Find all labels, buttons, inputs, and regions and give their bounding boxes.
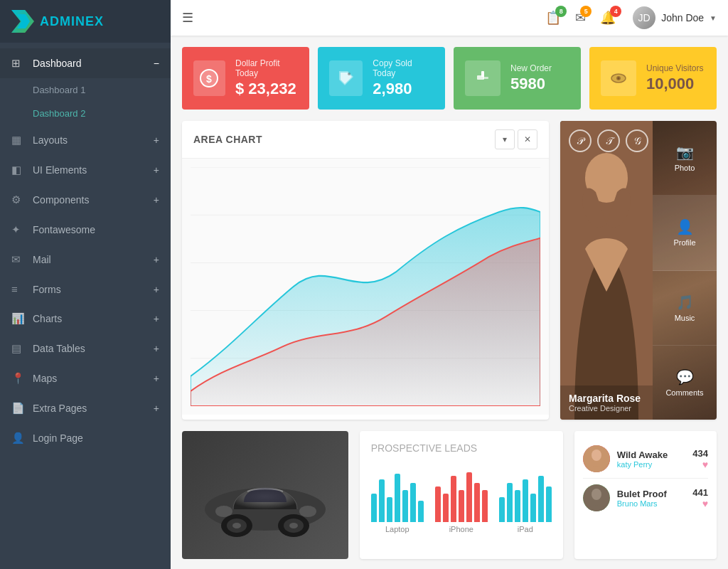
panel-collapse-button[interactable]: ▾	[495, 129, 515, 149]
area-chart-panel: AREA CHART ▾ ✕	[182, 121, 549, 420]
bar-label-iphone: iPhone	[435, 525, 488, 533]
profile-background: 𝒫 𝒯 𝒢 📷 Photo 👤 Profile	[560, 121, 717, 420]
sidebar-item-data-tables[interactable]: ▤ Data Tables +	[0, 334, 171, 363]
logo-icon	[11, 10, 34, 33]
bar	[466, 472, 472, 522]
sidebar-item-dashboard[interactable]: ⊞ Dashboard −	[0, 48, 171, 78]
stat-title: Unique Visitors	[646, 63, 703, 73]
bar	[530, 494, 536, 522]
bar	[410, 483, 416, 522]
layouts-icon: ▦	[11, 134, 26, 147]
heart-icon[interactable]: ♥	[692, 459, 708, 470]
sidebar-item-label: Data Tables	[33, 343, 154, 354]
bell-badge: 4	[610, 6, 621, 17]
logo[interactable]: ADMINEX	[0, 0, 171, 43]
bar	[371, 494, 377, 522]
bar	[418, 501, 424, 522]
music-label: Music	[675, 314, 695, 322]
plus-icon: +	[154, 164, 159, 176]
dollar-icon: $	[193, 60, 225, 96]
bar	[538, 476, 544, 522]
charts-icon: 📊	[11, 312, 26, 325]
panel-close-button[interactable]: ✕	[518, 129, 537, 149]
leads-group-laptop: Laptop	[371, 465, 424, 533]
extra-pages-icon: 📄	[11, 402, 26, 415]
google-icon[interactable]: 𝒢	[626, 129, 648, 152]
bar	[395, 474, 400, 522]
profile-action-comments[interactable]: 💬 Comments	[653, 346, 717, 420]
stat-title: Dollar Profit Today	[235, 58, 298, 78]
bar	[499, 497, 505, 522]
area-chart-svg	[191, 167, 540, 406]
avatar	[583, 484, 610, 511]
components-icon: ⚙	[11, 193, 26, 206]
sidebar-item-maps[interactable]: 📍 Maps +	[0, 363, 171, 393]
plus-icon: +	[154, 343, 159, 354]
sidebar-item-label: Charts	[33, 313, 154, 324]
bar	[546, 486, 552, 522]
car-svg	[194, 449, 336, 541]
profile-action-photo[interactable]: 📷 Photo	[653, 121, 717, 196]
profile-social-icons: 𝒫 𝒯 𝒢	[569, 129, 648, 152]
sidebar-item-label: Login Page	[33, 432, 159, 444]
sidebar-item-components[interactable]: ⚙ Components +	[0, 185, 171, 215]
sidebar-item-label: Dashboard	[33, 58, 154, 69]
user-name: Bulet Proof	[617, 489, 686, 499]
bar	[507, 483, 513, 522]
svg-rect-5	[483, 77, 488, 79]
font-icon: ✦	[11, 223, 26, 236]
sidebar-item-extra-pages[interactable]: 📄 Extra Pages +	[0, 393, 171, 423]
profile-image-svg	[560, 121, 653, 420]
mail-icon: ✉	[11, 253, 26, 266]
notifications-mail-icon[interactable]: ✉ 5	[575, 10, 586, 26]
bottom-row: PROSPECTIVE LEADS	[182, 431, 717, 559]
chevron-icon: −	[154, 58, 159, 69]
tag-icon	[329, 60, 363, 96]
sidebar-item-label: Mail	[33, 254, 154, 265]
bar-label-ipad: iPad	[499, 525, 552, 533]
stat-card-unique-visitors: Unique Visitors 10,000	[589, 47, 717, 110]
panel-title: AREA CHART	[193, 134, 262, 145]
svg-point-23	[232, 523, 241, 528]
bar	[451, 476, 456, 522]
bar	[443, 494, 449, 522]
stat-value: 5980	[510, 75, 552, 93]
sidebar-item-dashboard2[interactable]: Dashboard 2	[0, 102, 171, 125]
sidebar-item-dashboard1[interactable]: Dashboard 1	[0, 78, 171, 102]
leads-title: PROSPECTIVE LEADS	[371, 442, 552, 454]
ui-icon: ◧	[11, 164, 26, 176]
svg-marker-0	[17, 14, 30, 28]
plus-icon: +	[154, 254, 159, 265]
sidebar-item-fontawesome[interactable]: ✦ Fontawesome	[0, 215, 171, 245]
sidebar-item-forms[interactable]: ≡ Forms +	[0, 275, 171, 304]
notifications-bell-icon[interactable]: 🔔 4	[600, 10, 616, 26]
person-icon: 👤	[676, 218, 694, 235]
profile-action-profile[interactable]: 👤 Profile	[653, 196, 717, 270]
sidebar-item-layouts[interactable]: ▦ Layouts +	[0, 125, 171, 155]
sidebar-item-label: Forms	[33, 284, 154, 295]
sidebar-item-ui-elements[interactable]: ◧ UI Elements +	[0, 155, 171, 185]
stats-row: $ Dollar Profit Today $ 23,232	[182, 47, 717, 110]
twitter-icon[interactable]: 𝒯	[597, 129, 620, 152]
pinterest-icon[interactable]: 𝒫	[569, 129, 592, 152]
user-menu[interactable]: JD John Doe ▼	[633, 6, 717, 29]
stat-card-new-order: New Order 5980	[454, 47, 581, 110]
notifications-chat-icon[interactable]: 📋 8	[545, 10, 561, 26]
sidebar-item-mail[interactable]: ✉ Mail +	[0, 245, 171, 275]
heart-icon[interactable]: ♥	[692, 498, 708, 509]
user-list-panel: Wild Awake katy Perry 434 ♥	[574, 431, 717, 559]
comments-label: Comments	[665, 388, 703, 397]
profile-subtitle: Creative Designer	[569, 404, 644, 413]
dashboard-icon: ⊞	[11, 57, 26, 70]
stat-card-dollar-profit: $ Dollar Profit Today $ 23,232	[182, 47, 309, 110]
sidebar-item-login-page[interactable]: 👤 Login Page	[0, 423, 171, 453]
menu-button[interactable]: ☰	[182, 10, 193, 26]
profile-action-music[interactable]: 🎵 Music	[653, 271, 717, 346]
forms-icon: ≡	[11, 283, 26, 295]
bar	[474, 483, 480, 522]
profile-name: Margarita Rose	[569, 393, 644, 404]
sidebar-item-charts[interactable]: 📊 Charts +	[0, 304, 171, 334]
sidebar: ADMINEX ⊞ Dashboard − Dashboard 1 Dashbo…	[0, 0, 171, 569]
music-icon: 🎵	[676, 294, 694, 311]
profile-card: 𝒫 𝒯 𝒢 📷 Photo 👤 Profile	[560, 121, 717, 420]
